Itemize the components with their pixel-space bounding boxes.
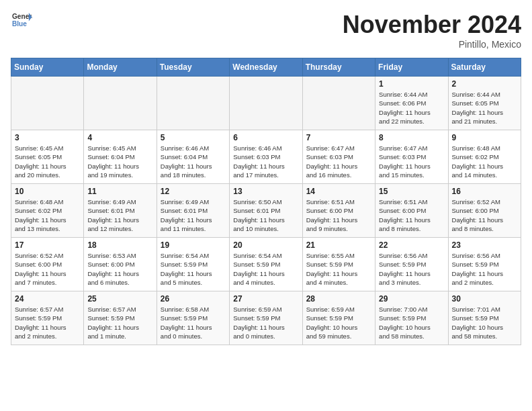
calendar-cell: 11Sunrise: 6:49 AM Sunset: 6:01 PM Dayli… [84, 184, 157, 238]
day-info: Sunrise: 6:44 AM Sunset: 6:05 PM Dayligh… [452, 90, 517, 126]
weekday-header: Sunday [11, 58, 84, 77]
calendar-cell: 30Sunrise: 7:01 AM Sunset: 5:59 PM Dayli… [448, 291, 521, 345]
calendar-cell [157, 77, 229, 130]
day-info: Sunrise: 6:56 AM Sunset: 5:59 PM Dayligh… [452, 251, 517, 287]
day-number: 12 [161, 187, 226, 196]
day-info: Sunrise: 6:52 AM Sunset: 6:00 PM Dayligh… [15, 251, 80, 287]
day-info: Sunrise: 6:47 AM Sunset: 6:03 PM Dayligh… [379, 144, 444, 179]
day-number: 10 [15, 187, 80, 196]
day-number: 23 [452, 240, 517, 250]
logo: General Blue [11, 11, 32, 30]
calendar-week-row: 10Sunrise: 6:48 AM Sunset: 6:02 PM Dayli… [11, 184, 521, 238]
day-number: 16 [452, 187, 517, 196]
weekday-header: Saturday [448, 58, 521, 77]
day-number: 28 [306, 294, 371, 304]
day-info: Sunrise: 6:48 AM Sunset: 6:02 PM Dayligh… [15, 197, 80, 233]
day-info: Sunrise: 7:00 AM Sunset: 5:59 PM Dayligh… [379, 305, 444, 340]
day-number: 25 [87, 294, 152, 304]
day-number: 18 [87, 240, 152, 250]
day-number: 2 [452, 79, 517, 89]
calendar-subtitle: Pintillo, Mexico [343, 39, 521, 50]
calendar-cell: 17Sunrise: 6:52 AM Sunset: 6:00 PM Dayli… [11, 238, 84, 291]
day-number: 8 [379, 133, 444, 142]
day-number: 22 [379, 240, 444, 250]
calendar-table: SundayMondayTuesdayWednesdayThursdayFrid… [11, 58, 521, 345]
day-info: Sunrise: 6:56 AM Sunset: 5:59 PM Dayligh… [379, 251, 444, 287]
calendar-cell: 5Sunrise: 6:46 AM Sunset: 6:04 PM Daylig… [157, 130, 229, 184]
weekday-header: Friday [375, 58, 448, 77]
day-number: 6 [233, 133, 298, 142]
day-number: 29 [379, 294, 444, 304]
calendar-cell: 27Sunrise: 6:59 AM Sunset: 5:59 PM Dayli… [230, 291, 302, 345]
calendar-cell: 19Sunrise: 6:54 AM Sunset: 5:59 PM Dayli… [157, 238, 229, 291]
calendar-cell: 7Sunrise: 6:47 AM Sunset: 6:03 PM Daylig… [302, 130, 375, 184]
calendar-cell [11, 77, 84, 130]
day-number: 19 [161, 240, 226, 250]
calendar-cell: 9Sunrise: 6:48 AM Sunset: 6:02 PM Daylig… [448, 130, 521, 184]
day-number: 20 [233, 240, 298, 250]
calendar-cell: 16Sunrise: 6:52 AM Sunset: 6:00 PM Dayli… [448, 184, 521, 238]
day-info: Sunrise: 6:49 AM Sunset: 6:01 PM Dayligh… [161, 197, 226, 233]
calendar-cell: 22Sunrise: 6:56 AM Sunset: 5:59 PM Dayli… [375, 238, 448, 291]
day-number: 17 [15, 240, 80, 250]
day-info: Sunrise: 6:57 AM Sunset: 5:59 PM Dayligh… [15, 305, 80, 340]
calendar-week-row: 24Sunrise: 6:57 AM Sunset: 5:59 PM Dayli… [11, 291, 521, 345]
calendar-cell: 1Sunrise: 6:44 AM Sunset: 6:06 PM Daylig… [375, 77, 448, 130]
calendar-cell: 3Sunrise: 6:45 AM Sunset: 6:05 PM Daylig… [11, 130, 84, 184]
day-info: Sunrise: 6:46 AM Sunset: 6:04 PM Dayligh… [161, 144, 226, 179]
day-info: Sunrise: 6:49 AM Sunset: 6:01 PM Dayligh… [87, 197, 152, 233]
day-info: Sunrise: 6:52 AM Sunset: 6:00 PM Dayligh… [452, 197, 517, 233]
calendar-cell: 24Sunrise: 6:57 AM Sunset: 5:59 PM Dayli… [11, 291, 84, 345]
svg-text:Blue: Blue [12, 20, 27, 28]
day-number: 24 [15, 294, 80, 304]
day-info: Sunrise: 6:53 AM Sunset: 6:00 PM Dayligh… [87, 251, 152, 287]
calendar-cell: 26Sunrise: 6:58 AM Sunset: 5:59 PM Dayli… [157, 291, 229, 345]
calendar-cell: 23Sunrise: 6:56 AM Sunset: 5:59 PM Dayli… [448, 238, 521, 291]
day-number: 3 [15, 133, 80, 142]
day-info: Sunrise: 6:46 AM Sunset: 6:03 PM Dayligh… [233, 144, 298, 179]
day-number: 30 [452, 294, 517, 304]
calendar-cell: 6Sunrise: 6:46 AM Sunset: 6:03 PM Daylig… [230, 130, 302, 184]
calendar-title: November 2024 [343, 11, 521, 39]
calendar-cell [84, 77, 157, 130]
weekday-header: Monday [84, 58, 157, 77]
day-number: 11 [87, 187, 152, 196]
day-number: 9 [452, 133, 517, 142]
calendar-cell: 28Sunrise: 6:59 AM Sunset: 5:59 PM Dayli… [302, 291, 375, 345]
calendar-cell: 21Sunrise: 6:55 AM Sunset: 5:59 PM Dayli… [302, 238, 375, 291]
calendar-cell: 25Sunrise: 6:57 AM Sunset: 5:59 PM Dayli… [84, 291, 157, 345]
calendar-cell [230, 77, 302, 130]
calendar-cell: 14Sunrise: 6:51 AM Sunset: 6:00 PM Dayli… [302, 184, 375, 238]
day-info: Sunrise: 6:59 AM Sunset: 5:59 PM Dayligh… [306, 305, 371, 340]
day-info: Sunrise: 6:59 AM Sunset: 5:59 PM Dayligh… [233, 305, 298, 340]
day-info: Sunrise: 6:51 AM Sunset: 6:00 PM Dayligh… [306, 197, 371, 233]
day-info: Sunrise: 6:47 AM Sunset: 6:03 PM Dayligh… [306, 144, 371, 179]
calendar-cell: 15Sunrise: 6:51 AM Sunset: 6:00 PM Dayli… [375, 184, 448, 238]
day-info: Sunrise: 6:51 AM Sunset: 6:00 PM Dayligh… [379, 197, 444, 233]
calendar-cell: 8Sunrise: 6:47 AM Sunset: 6:03 PM Daylig… [375, 130, 448, 184]
calendar-cell: 20Sunrise: 6:54 AM Sunset: 5:59 PM Dayli… [230, 238, 302, 291]
weekday-header: Tuesday [157, 58, 229, 77]
day-number: 5 [161, 133, 226, 142]
weekday-header: Thursday [302, 58, 375, 77]
calendar-week-row: 17Sunrise: 6:52 AM Sunset: 6:00 PM Dayli… [11, 238, 521, 291]
calendar-cell: 2Sunrise: 6:44 AM Sunset: 6:05 PM Daylig… [448, 77, 521, 130]
weekday-header-row: SundayMondayTuesdayWednesdayThursdayFrid… [11, 58, 521, 77]
day-number: 13 [233, 187, 298, 196]
calendar-cell: 4Sunrise: 6:45 AM Sunset: 6:04 PM Daylig… [84, 130, 157, 184]
day-info: Sunrise: 7:01 AM Sunset: 5:59 PM Dayligh… [452, 305, 517, 340]
day-info: Sunrise: 6:45 AM Sunset: 6:05 PM Dayligh… [15, 144, 80, 179]
day-info: Sunrise: 6:48 AM Sunset: 6:02 PM Dayligh… [452, 144, 517, 179]
calendar-week-row: 3Sunrise: 6:45 AM Sunset: 6:05 PM Daylig… [11, 130, 521, 184]
title-area: November 2024 Pintillo, Mexico [343, 11, 521, 50]
weekday-header: Wednesday [230, 58, 302, 77]
calendar-cell [302, 77, 375, 130]
logo-icon: General Blue [11, 11, 32, 30]
day-info: Sunrise: 6:57 AM Sunset: 5:59 PM Dayligh… [87, 305, 152, 340]
day-info: Sunrise: 6:54 AM Sunset: 5:59 PM Dayligh… [233, 251, 298, 287]
calendar-cell: 13Sunrise: 6:50 AM Sunset: 6:01 PM Dayli… [230, 184, 302, 238]
day-number: 14 [306, 187, 371, 196]
calendar-cell: 10Sunrise: 6:48 AM Sunset: 6:02 PM Dayli… [11, 184, 84, 238]
day-number: 27 [233, 294, 298, 304]
day-info: Sunrise: 6:58 AM Sunset: 5:59 PM Dayligh… [161, 305, 226, 340]
